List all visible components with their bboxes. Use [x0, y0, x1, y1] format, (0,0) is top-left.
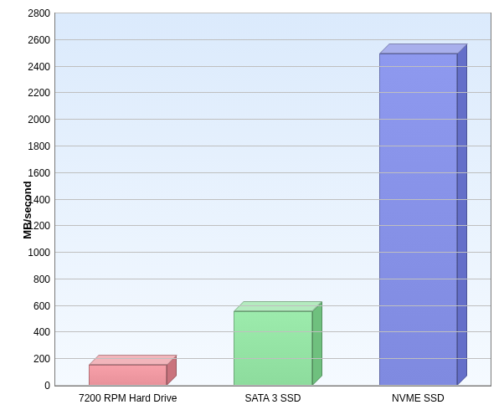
gridline — [55, 172, 491, 173]
gridline — [55, 119, 491, 120]
y-tick-label: 1600 — [28, 167, 50, 179]
bar-top — [379, 44, 468, 54]
y-tick-label: 0 — [44, 380, 50, 392]
gridline — [55, 305, 491, 306]
y-tick-label: 600 — [33, 300, 50, 312]
bar-side — [312, 301, 322, 386]
gridline — [55, 199, 491, 200]
y-tick-label: 800 — [33, 274, 50, 285]
bars-area — [55, 13, 491, 386]
bar-top — [234, 301, 322, 311]
bar-side — [457, 44, 467, 386]
y-tick-label: 1400 — [28, 194, 50, 206]
bar-top — [89, 355, 177, 365]
y-tick-label: 2800 — [28, 8, 50, 19]
gridline — [55, 225, 491, 226]
category-label: 7200 RPM Hard Drive — [79, 392, 177, 404]
y-tick-label: 200 — [33, 353, 50, 365]
y-tick-label: 1800 — [28, 141, 50, 152]
bar-front — [379, 54, 458, 386]
plot-area: 0200400600800100012001400160018002000220… — [54, 13, 491, 387]
gridline — [55, 331, 491, 332]
gridline — [55, 92, 491, 93]
category-label: NVME SSD — [392, 392, 445, 404]
category-label: SATA 3 SSD — [245, 392, 301, 404]
bar — [89, 365, 167, 386]
y-tick-label: 2200 — [28, 87, 50, 99]
y-tick-label: 2000 — [28, 114, 50, 125]
bar — [234, 311, 312, 386]
gridline — [55, 252, 491, 253]
gridline — [55, 358, 491, 359]
gridline — [55, 13, 491, 13]
bar — [379, 54, 458, 386]
gridline — [55, 279, 491, 279]
bar-front — [234, 311, 312, 386]
chart-container: MB/second 020040060080010001200140016001… — [0, 0, 504, 420]
gridline — [55, 146, 491, 146]
y-tick-label: 400 — [33, 326, 50, 338]
bar-front — [89, 365, 167, 386]
y-tick-label: 2600 — [28, 34, 50, 46]
gridline — [55, 66, 491, 67]
y-tick-label: 1000 — [28, 247, 50, 259]
y-tick-label: 1200 — [28, 220, 50, 232]
y-tick-label: 2400 — [28, 61, 50, 73]
gridline — [55, 39, 491, 40]
gridline — [55, 385, 491, 386]
